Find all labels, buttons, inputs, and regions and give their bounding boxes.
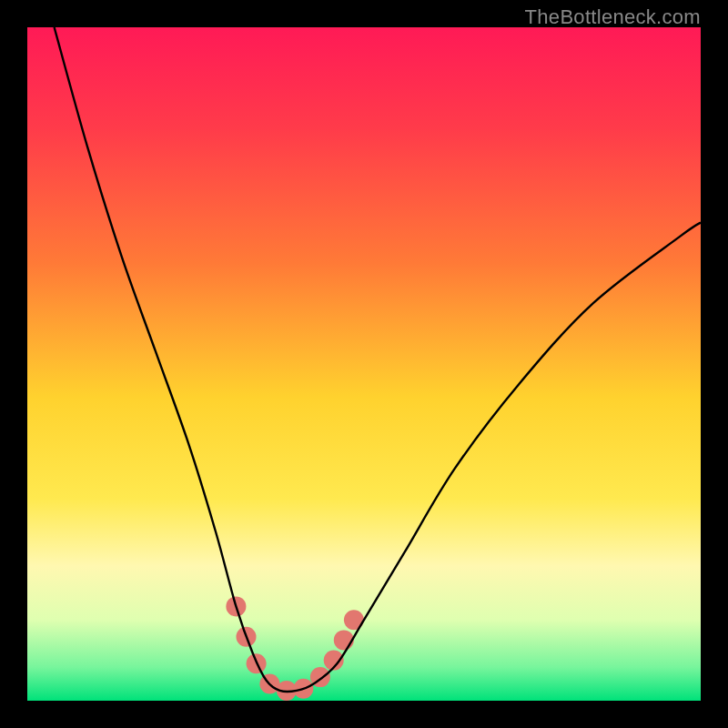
- chart-background: [27, 27, 701, 701]
- chart-plot-area: [27, 27, 701, 701]
- bottleneck-marker: [334, 630, 354, 650]
- watermark-text: TheBottleneck.com: [525, 5, 701, 29]
- chart-svg: [27, 27, 701, 701]
